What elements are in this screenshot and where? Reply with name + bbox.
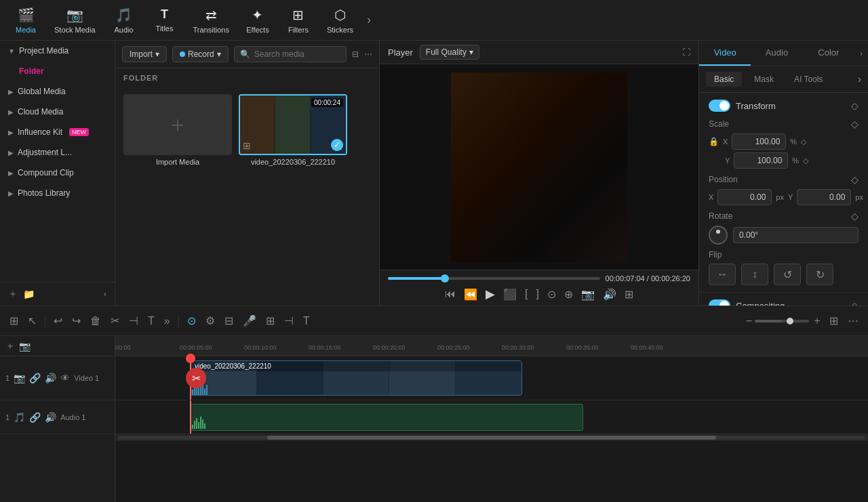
collapse-panel-icon[interactable]: ‹ — [104, 289, 106, 299]
grid-view-icon[interactable]: ⊞ — [827, 312, 841, 330]
folder-icon[interactable]: 📁 — [23, 289, 35, 299]
scale-y-input[interactable] — [734, 152, 788, 169]
play-button[interactable]: ▶ — [486, 287, 495, 301]
scroll-thumb[interactable] — [267, 436, 715, 440]
ripple-icon[interactable]: ⚙ — [203, 312, 218, 330]
audio-clip[interactable] — [190, 404, 583, 431]
toolbar-audio[interactable]: 🎵 Audio — [104, 4, 144, 37]
toolbar-filters[interactable]: ⊞ Filters — [278, 4, 319, 37]
subtab-more-icon[interactable]: › — [858, 73, 861, 85]
zoom-in-icon[interactable]: ＋ — [812, 314, 823, 328]
volume-icon[interactable]: 🔊 — [603, 288, 616, 301]
transition-icon[interactable]: ⊞ — [263, 312, 277, 330]
audio-track-icon[interactable]: 🎵 — [14, 412, 25, 423]
sidebar-item-influence-kit[interactable]: ▶ Influence Kit NEW — [0, 122, 115, 142]
zoom-out-icon[interactable]: − — [746, 315, 752, 327]
media-import-item[interactable]: ＋ Import Media — [123, 94, 232, 166]
tab-video[interactable]: Video — [699, 41, 751, 66]
toolbar-titles[interactable]: T Titles — [144, 5, 185, 35]
title-overlay-icon[interactable]: T — [300, 312, 313, 330]
media-video-item[interactable]: 00:00:24 ⊞ ✓ video_20220306_222210 — [239, 94, 347, 166]
video-track-camera-icon[interactable]: 📷 — [14, 373, 25, 383]
zoom-thumb[interactable] — [787, 318, 793, 325]
toolbar-stickers[interactable]: ⬡ Stickers — [319, 4, 361, 37]
sidebar-item-photos-library[interactable]: ▶ Photos Library — [0, 183, 115, 203]
add-scene-icon[interactable]: ⊞ — [7, 312, 21, 330]
subtab-ai-tools[interactable]: AI Tools — [786, 72, 831, 87]
video-track-mute-icon[interactable]: 🔊 — [45, 373, 56, 383]
progress-track[interactable] — [388, 277, 600, 280]
progress-thumb[interactable] — [441, 274, 449, 283]
mark-in-icon[interactable]: [ — [525, 288, 528, 300]
camera-icon[interactable]: 📷 — [19, 341, 31, 352]
tab-more-icon[interactable]: › — [854, 42, 868, 65]
rotate-right-button[interactable]: ↻ — [806, 264, 833, 285]
position-y-input[interactable] — [797, 189, 851, 205]
position-x-input[interactable] — [717, 189, 772, 205]
video-track-visibility-icon[interactable]: 👁 — [60, 373, 70, 383]
more-tools-icon[interactable]: » — [161, 312, 173, 330]
audio-record-icon[interactable]: 🎤 — [240, 312, 259, 330]
text-icon[interactable]: T — [145, 312, 157, 330]
import-thumb[interactable]: ＋ — [123, 94, 232, 155]
redo-icon[interactable]: ↪ — [69, 312, 83, 330]
snapshot-icon[interactable]: 📷 — [581, 288, 595, 301]
split-audio-icon[interactable]: ⊣ — [281, 312, 296, 330]
import-button[interactable]: Import ▾ — [122, 46, 167, 62]
compositing-diamond-icon[interactable]: ◇ — [851, 300, 859, 306]
sidebar-item-project-media[interactable]: ▼ Project Media — [0, 41, 115, 61]
video-clip[interactable]: video_20220306_222210 — [190, 360, 522, 396]
stop-icon[interactable]: ⬛ — [503, 288, 517, 301]
position-diamond-icon[interactable]: ◇ — [851, 174, 859, 185]
zoom-track[interactable] — [755, 320, 809, 322]
add-track-button[interactable]: ＋ — [5, 340, 15, 352]
cut-icon[interactable]: ✂ — [108, 312, 122, 330]
rotate-input[interactable] — [733, 227, 859, 243]
audio-track-link-icon[interactable]: 🔗 — [29, 412, 41, 423]
settings-icon[interactable]: ⋯ — [845, 312, 861, 330]
transform-mode-icon[interactable]: ⊟ — [222, 312, 236, 330]
flip-horizontal-button[interactable]: ↔ — [709, 264, 736, 285]
toolbar-transitions[interactable]: ⇄ Transitions — [185, 4, 237, 37]
rotate-wheel[interactable] — [709, 226, 728, 245]
audio-track-mute-icon[interactable]: 🔊 — [45, 412, 56, 423]
quality-select[interactable]: Full Quality ▾ — [420, 45, 479, 60]
scale-diamond-icon[interactable]: ◇ — [851, 119, 859, 129]
flip-vertical-button[interactable]: ↕ — [741, 264, 768, 285]
more-options-icon[interactable]: ⋯ — [364, 49, 372, 59]
sidebar-item-adjustment[interactable]: ▶ Adjustment L... — [0, 142, 115, 163]
sidebar-item-folder[interactable]: Folder — [0, 61, 115, 81]
video-track-link-icon[interactable]: 🔗 — [29, 373, 41, 383]
scissors-button[interactable]: ✂ — [186, 368, 206, 388]
record-button[interactable]: Record ▾ — [172, 46, 229, 62]
transform-diamond-icon[interactable]: ◇ — [851, 100, 859, 111]
search-box[interactable]: 🔍 — [234, 46, 347, 62]
scroll-track[interactable] — [118, 436, 865, 440]
toolbar-effects[interactable]: ✦ Effects — [237, 4, 278, 37]
step-back-icon[interactable]: ⏪ — [464, 288, 477, 301]
rotate-left-button[interactable]: ↺ — [774, 264, 801, 285]
add-track-icon[interactable]: ＋ — [8, 288, 18, 300]
split-icon[interactable]: ⊣ — [126, 312, 141, 330]
toolbar-stock-media[interactable]: 📷 Stock Media — [46, 4, 104, 37]
search-input[interactable] — [254, 49, 340, 59]
scale-x-input[interactable] — [732, 133, 786, 150]
filter-icon[interactable]: ⊟ — [352, 49, 359, 59]
tab-color[interactable]: Color — [803, 41, 854, 66]
sidebar-item-compound-clip[interactable]: ▶ Compound Clip — [0, 163, 115, 183]
scale-x-diamond-icon[interactable]: ◇ — [801, 138, 806, 146]
aspect-ratio-icon[interactable]: ⊞ — [625, 288, 633, 301]
sidebar-item-cloud-media[interactable]: ▶ Cloud Media — [0, 102, 115, 122]
toolbar-media[interactable]: 🎬 Media — [5, 4, 46, 37]
rotate-diamond-icon[interactable]: ◇ — [851, 211, 859, 222]
snap-icon[interactable]: ⊙ — [184, 312, 199, 330]
video-thumb[interactable]: 00:00:24 ⊞ ✓ — [239, 94, 347, 155]
select-tool-icon[interactable]: ↖ — [25, 312, 39, 330]
insert-icon[interactable]: ⊙ — [547, 288, 556, 301]
scale-y-diamond-icon[interactable]: ◇ — [803, 156, 808, 165]
toolbar-more[interactable]: › — [361, 10, 376, 30]
tab-audio[interactable]: Audio — [751, 41, 802, 66]
compositing-toggle[interactable] — [709, 299, 730, 306]
transform-toggle[interactable] — [709, 100, 730, 112]
undo-icon[interactable]: ↩ — [51, 312, 65, 330]
